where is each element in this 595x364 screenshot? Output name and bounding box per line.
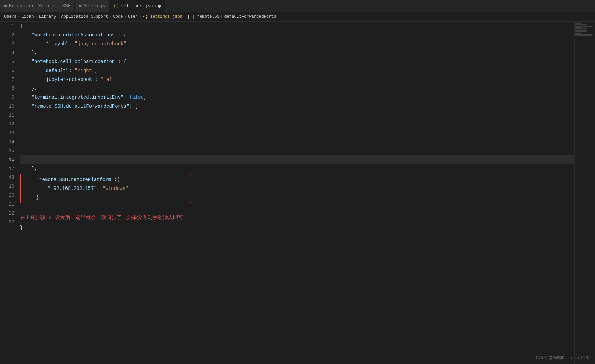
minimap-preview — [575, 22, 595, 38]
line-num-21: 21 — [3, 200, 14, 209]
line-num-14: 14 — [3, 137, 14, 146]
line-num-17: 17 — [3, 164, 14, 173]
code-line-20: }, — [21, 193, 191, 202]
line-numbers: 1 2 3 4 5 6 7 8 9 10 11 12 13 14 15 16 1… — [0, 22, 17, 364]
code-line-12 — [20, 120, 574, 129]
code-line-18: "remote.SSH.remotePlatform":{ — [21, 175, 191, 184]
code-line-7: "jupyter-notebook": "left" — [20, 75, 574, 84]
line-num-4: 4 — [3, 48, 14, 57]
watermark: CSDN @weixin_1135581478 — [536, 355, 590, 360]
breadcrumb-code[interactable]: Code — [113, 14, 123, 19]
minimap — [574, 22, 595, 364]
breadcrumb: Users › lipan › Library › Application Su… — [0, 12, 595, 22]
line-num-6: 6 — [3, 66, 14, 75]
line-num-15: 15 — [3, 146, 14, 155]
highlight-box-container: "remote.SSH.remotePlatform":{ "192.168.2… — [20, 174, 574, 203]
tab-modified-dot — [158, 5, 161, 8]
highlight-box: "remote.SSH.remotePlatform":{ "192.168.2… — [20, 174, 191, 203]
line-num-16: 16 — [3, 155, 14, 164]
line-num-23: 23 — [3, 218, 14, 227]
breadcrumb-user[interactable]: User — [128, 14, 138, 19]
line-num-19: 19 — [3, 182, 14, 191]
tab-settings-json[interactable]: {} settings.json — [109, 0, 165, 12]
tab-icon-json: {} — [113, 3, 119, 9]
code-line-9: "terminal.integrated.inheritEnv": false, — [20, 93, 574, 102]
breadcrumb-users[interactable]: Users — [4, 14, 16, 19]
code-line-3: "*.ipynb": "jupyter-notebook" — [20, 39, 574, 48]
line-num-13: 13 — [3, 129, 14, 137]
code-line-8: }, — [20, 84, 574, 93]
line-num-10: 10 — [3, 102, 14, 111]
code-line-11 — [20, 111, 574, 120]
breadcrumb-lipan[interactable]: lipan — [22, 14, 34, 19]
code-editor[interactable]: { "workbench.editorAssociations": { "*.i… — [17, 22, 574, 364]
code-line-19: "192.168.202.157": "windows" — [21, 184, 191, 193]
line-num-7: 7 — [3, 75, 14, 84]
tab-bar: ≡ Extension: Remote - SSH ≡ Settings {} … — [0, 0, 595, 12]
code-line-1: { — [20, 22, 574, 31]
tab-label-json: settings.json — [121, 3, 156, 9]
tab-label-remote-ssh: Extension: Remote - SSH — [9, 3, 70, 9]
code-line-5: "notebook.cellToolbarLocation": { — [20, 57, 574, 66]
annotation-text: 在上述步骤`2`设置后，这里就会自动同步了，如果没有则手动输入即可 — [20, 214, 183, 222]
code-line-4: }, — [20, 48, 574, 57]
line-num-1: 1 — [3, 22, 14, 31]
editor: 1 2 3 4 5 6 7 8 9 10 11 12 13 14 15 16 1… — [0, 22, 595, 364]
code-line-2: "workbench.editorAssociations": { — [20, 31, 574, 39]
line-num-9: 9 — [3, 93, 14, 102]
tab-icon-remote-ssh: ≡ — [4, 3, 7, 9]
breadcrumb-settingsjson[interactable]: {} settings.json — [143, 14, 182, 19]
code-line-21 — [20, 204, 574, 213]
line-num-22: 22 — [3, 209, 14, 218]
code-line-16 — [20, 155, 574, 164]
code-line-23: } — [20, 223, 574, 232]
code-line-6: "default": "right", — [20, 66, 574, 75]
code-line-22: 在上述步骤`2`设置后，这里就会自动同步了，如果没有则手动输入即可 — [20, 213, 574, 223]
code-line-17: ], — [20, 164, 574, 173]
line-num-2: 2 — [3, 31, 14, 39]
breadcrumb-remotessh[interactable]: [ ] remote.SSH.defaultForwardedPorts — [187, 14, 276, 19]
line-num-5: 5 — [3, 57, 14, 66]
tab-icon-settings: ≡ — [79, 3, 82, 9]
code-line-15 — [20, 146, 574, 155]
line-num-11: 11 — [3, 111, 14, 120]
tab-settings[interactable]: ≡ Settings — [75, 0, 109, 12]
tab-label-settings: Settings — [84, 3, 105, 9]
breadcrumb-appsupport[interactable]: Application Support — [61, 14, 108, 19]
code-line-13 — [20, 129, 574, 137]
line-num-20: 20 — [3, 191, 14, 200]
line-num-3: 3 — [3, 39, 14, 48]
code-line-10: "remote.SSH.defaultForwardedPorts": [ — [20, 102, 574, 111]
line-num-18: 18 — [3, 173, 14, 182]
line-num-12: 12 — [3, 120, 14, 129]
code-line-14 — [20, 137, 574, 146]
line-num-8: 8 — [3, 84, 14, 93]
breadcrumb-library[interactable]: Library — [39, 14, 56, 19]
tab-remote-ssh[interactable]: ≡ Extension: Remote - SSH — [0, 0, 75, 12]
